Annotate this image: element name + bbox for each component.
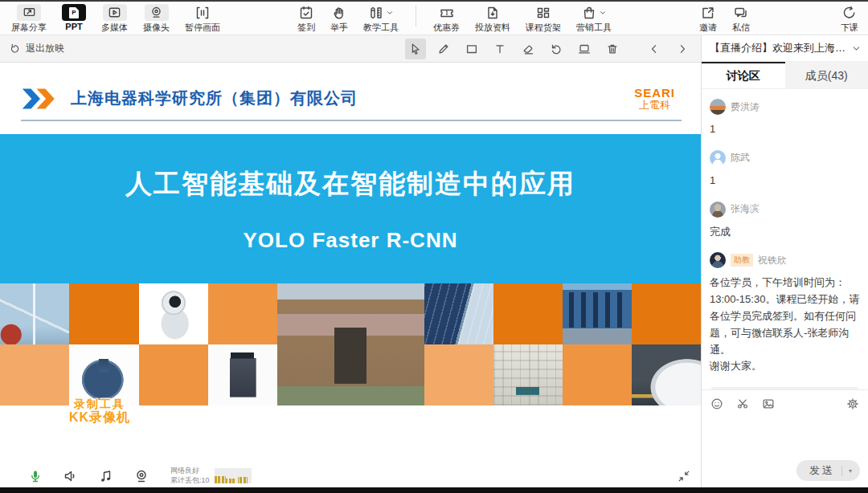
pencil-tool-button[interactable]: [433, 39, 454, 59]
screen-icon: [577, 42, 592, 56]
rectangle-tool-button[interactable]: [461, 39, 482, 59]
header-divider: [21, 120, 682, 121]
materials-button[interactable]: 投放资料: [473, 4, 512, 34]
slide-header: 上海电器科学研究所（集团）有限公司 SEARI 上電科: [0, 63, 701, 110]
pause-frame-icon: [194, 4, 211, 21]
signin-calendar-icon: [298, 4, 314, 21]
intro-expand-button[interactable]: [851, 43, 862, 54]
chat-message: 费洪涛1: [710, 99, 860, 138]
course-shelf-button[interactable]: 课程货架: [524, 4, 563, 34]
screen-share-button[interactable]: 屏幕分享: [10, 4, 48, 34]
collage-tile-orange: [632, 283, 701, 344]
slide-title: 人工智能基础及在智能制造中的应用: [0, 134, 701, 202]
sender-name: 祝铁欣: [758, 254, 787, 267]
collage-tile-orange: [139, 344, 208, 405]
ppt-button[interactable]: P PPT: [60, 4, 88, 34]
collage-tile-orange: [0, 344, 69, 405]
eraser-tool-button[interactable]: [518, 39, 538, 59]
clear-all-button[interactable]: [602, 39, 623, 59]
teaching-tools-button[interactable]: 教学工具: [362, 4, 400, 34]
invite-button[interactable]: 邀请: [698, 4, 719, 34]
content-row: 退出放映: [0, 35, 868, 487]
cursor-tool-button[interactable]: [405, 39, 426, 59]
collage-tile-orange: [69, 283, 139, 344]
screen-share-icon: [17, 4, 41, 21]
signin-button[interactable]: 签到: [296, 4, 317, 34]
send-options-caret[interactable]: ▾: [849, 467, 852, 475]
end-class-button[interactable]: 下课: [839, 4, 860, 34]
back-arrow-icon: [10, 43, 22, 55]
live-intro-bar[interactable]: 【直播介绍】欢迎来到上海电器...: [702, 35, 868, 62]
screenshot-button[interactable]: [735, 397, 750, 411]
main-area: 退出放映: [0, 35, 701, 487]
private-message-button[interactable]: 私信: [731, 4, 751, 34]
toolbar-source-group: 屏幕分享 P PPT 多媒体 摄像头: [10, 4, 222, 34]
seari-logo: SEARI 上電科: [634, 87, 675, 110]
background-music-button[interactable]: [98, 468, 114, 484]
pencil-icon: [436, 42, 451, 56]
text-tool-button[interactable]: [489, 39, 510, 59]
marketing-tools-button[interactable]: 营销工具: [575, 4, 613, 34]
screen-tool-button[interactable]: [574, 39, 595, 59]
ppt-icon: P: [62, 4, 86, 21]
raise-hand-button[interactable]: 举手: [329, 4, 350, 34]
camera-button[interactable]: 摄像头: [141, 4, 171, 34]
avatar: [710, 150, 726, 166]
collage-tile-orange: [424, 344, 493, 405]
chevron-down-icon: [386, 9, 394, 17]
coupon-button[interactable]: 优惠券: [432, 4, 461, 34]
chevron-down-icon: [599, 9, 607, 17]
title-banner: 人工智能基础及在智能制造中的应用 YOLO Faster R-CNN: [0, 134, 701, 283]
chat-input[interactable]: [710, 416, 860, 460]
invite-icon: [700, 4, 716, 21]
image-icon: [761, 397, 776, 411]
pause-frame-button[interactable]: 暂停画面: [183, 4, 222, 34]
camera-toggle[interactable]: [133, 468, 149, 484]
network-bars-chart: [215, 468, 252, 483]
microphone-toggle[interactable]: [27, 468, 43, 484]
tab-discussion[interactable]: 讨论区: [702, 62, 785, 88]
chat-message: 陈武1: [710, 150, 860, 189]
webcam-icon: [145, 4, 169, 21]
sender-name: 费洪涛: [731, 100, 760, 114]
recorder-watermark: 录制工具 KK录像机: [69, 397, 130, 425]
previous-page-button[interactable]: [644, 39, 665, 59]
chat-settings-button[interactable]: [845, 397, 860, 411]
microphone-icon: [27, 468, 43, 484]
avatar: [710, 99, 726, 115]
speaker-toggle[interactable]: [63, 468, 79, 484]
gear-icon: [845, 397, 860, 411]
tab-members[interactable]: 成员(43): [785, 62, 868, 88]
message-text: 1: [710, 173, 860, 189]
end-class-icon: [841, 4, 858, 21]
image-upload-button[interactable]: [761, 397, 776, 411]
chat-message: 张海滨完成: [710, 202, 860, 241]
collage-photo-robot: [139, 283, 208, 344]
send-divider: [841, 466, 842, 476]
rectangle-icon: [465, 42, 479, 56]
chat-message-list[interactable]: 费洪涛1陈武1张海滨完成助教祝铁欣各位学员，下午培训时间为：13:00-15:3…: [702, 89, 868, 389]
media-play-icon: [103, 4, 127, 21]
eraser-icon: [521, 42, 535, 56]
slide-subtitle: YOLO Faster R-CNN: [0, 228, 701, 253]
scissors-icon: [735, 397, 750, 411]
chat-input-area: 发送 ▾: [702, 389, 868, 487]
multimedia-button[interactable]: 多媒体: [100, 4, 129, 34]
message-header: 张海滨: [710, 202, 860, 218]
media-status-bar: 网络良好 累计丢包:10: [0, 464, 701, 487]
presentation-toolbar: 退出放映: [0, 35, 701, 63]
collapse-icon: [677, 469, 691, 483]
chevron-down-icon: [851, 43, 862, 54]
emoji-button[interactable]: [710, 397, 724, 411]
private-message-icon: [733, 4, 749, 21]
exit-presentation-button[interactable]: 退出放映: [10, 42, 64, 55]
trash-icon: [605, 42, 620, 56]
send-button[interactable]: 发送 ▾: [796, 460, 860, 481]
top-toolbar: 屏幕分享 P PPT 多媒体 摄像头: [0, 2, 868, 35]
chat-input-toolbar: [710, 397, 860, 411]
next-page-button[interactable]: [672, 39, 693, 59]
photo-collage: [0, 283, 701, 405]
materials-icon: [485, 4, 501, 21]
collapse-view-button[interactable]: [677, 469, 691, 483]
undo-tool-button[interactable]: [546, 39, 567, 59]
